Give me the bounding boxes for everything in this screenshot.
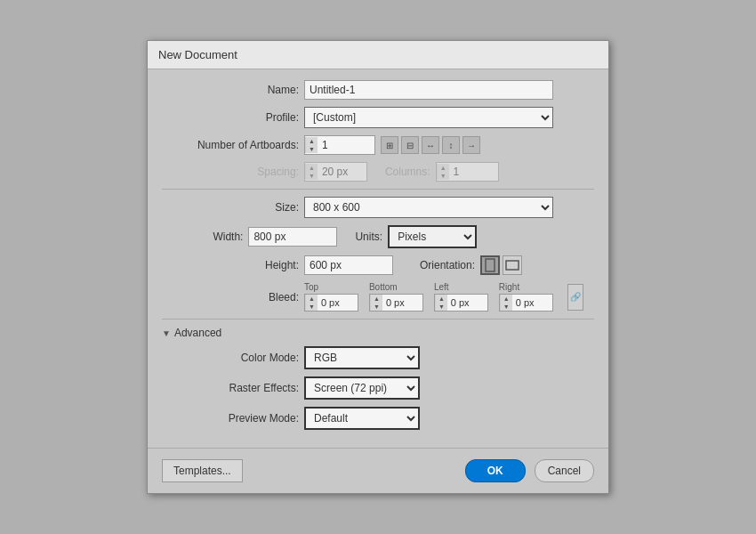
cancel-button[interactable]: Cancel — [535, 459, 594, 482]
artboards-input[interactable] — [318, 136, 366, 154]
spacing-input[interactable] — [318, 163, 366, 181]
profile-select[interactable]: [Custom] Print Web Mobile — [304, 107, 553, 128]
bleed-left-down-btn[interactable]: ▼ — [436, 303, 447, 311]
divider-1 — [162, 189, 594, 190]
bleed-bottom-input[interactable] — [382, 295, 422, 310]
name-label: Name: — [162, 84, 304, 96]
new-document-dialog: New Document Name: Profile: [Custom] Pri… — [147, 40, 609, 494]
bleed-right-down-btn[interactable]: ▼ — [501, 303, 512, 311]
columns-down-btn[interactable]: ▼ — [438, 172, 449, 180]
width-units-row: Width: Units: Pixels Inches Millimeters … — [162, 225, 594, 248]
spacing-down-btn[interactable]: ▼ — [306, 172, 318, 180]
bleed-left-label: Left — [434, 282, 449, 292]
bleed-label: Bleed: — [162, 291, 304, 303]
artboards-label: Number of Artboards: — [162, 139, 304, 151]
preview-row: Preview Mode: Default Pixel Overprint — [162, 407, 594, 430]
raster-row: Raster Effects: Screen (72 ppi) Medium (… — [162, 376, 594, 400]
arrange-left-right-icon[interactable]: ↔ — [422, 136, 439, 154]
bleed-top-label: Top — [304, 282, 318, 292]
color-mode-row: Color Mode: RGB CMYK Grayscale — [162, 346, 594, 369]
portrait-orientation-btn[interactable] — [480, 255, 500, 275]
advanced-toggle[interactable]: ▼ Advanced — [162, 327, 594, 339]
size-select[interactable]: 800 x 600 1024 x 768 1920 x 1080 — [304, 197, 553, 218]
size-label: Size: — [162, 201, 304, 214]
width-input[interactable] — [248, 227, 337, 247]
advanced-triangle-icon: ▼ — [162, 328, 171, 338]
arrange-right-icon[interactable]: → — [462, 136, 480, 154]
bleed-bottom-label: Bottom — [369, 282, 398, 292]
artboard-layout-icons: ⊞ ⊟ ↔ ↕ → — [381, 136, 480, 154]
bleed-top-up-btn[interactable]: ▲ — [306, 295, 318, 303]
columns-input[interactable] — [449, 163, 498, 181]
bleed-top-down-btn[interactable]: ▼ — [306, 303, 318, 311]
svg-rect-1 — [506, 261, 519, 270]
columns-spinner: ▲ ▼ — [436, 162, 499, 182]
bleed-right-item: Right ▲ ▼ — [499, 282, 553, 312]
bleed-top-spinner[interactable]: ▲ ▼ — [304, 294, 358, 312]
svg-rect-0 — [486, 259, 495, 271]
bleed-right-spinner[interactable]: ▲ ▼ — [499, 294, 553, 312]
ok-button[interactable]: OK — [465, 459, 526, 482]
orientation-label: Orientation: — [420, 259, 475, 271]
bleed-bottom-spinner[interactable]: ▲ ▼ — [369, 294, 423, 312]
bleed-top-item: Top ▲ ▼ — [304, 282, 358, 312]
spacing-row: Spacing: ▲ ▼ Columns: ▲ ▼ — [162, 162, 594, 182]
profile-row: Profile: [Custom] Print Web Mobile — [162, 107, 594, 128]
units-select[interactable]: Pixels Inches Millimeters Centimeters — [388, 225, 477, 248]
bleed-left-up-btn[interactable]: ▲ — [436, 295, 447, 303]
spacing-spinner: ▲ ▼ — [304, 162, 367, 182]
color-mode-label: Color Mode: — [162, 352, 304, 364]
bleed-bottom-item: Bottom ▲ ▼ — [369, 282, 423, 312]
dialog-footer: Templates... OK Cancel — [148, 448, 608, 493]
profile-label: Profile: — [162, 111, 304, 124]
columns-up-btn[interactable]: ▲ — [438, 164, 449, 172]
name-input[interactable] — [304, 80, 553, 100]
bleed-bottom-down-btn[interactable]: ▼ — [371, 303, 382, 311]
artboards-row: Number of Artboards: ▲ ▼ ⊞ ⊟ ↔ ↕ → — [162, 135, 594, 155]
artboards-spinner[interactable]: ▲ ▼ — [304, 135, 375, 155]
spacing-label: Spacing: — [162, 166, 304, 178]
landscape-orientation-btn[interactable] — [503, 255, 522, 275]
footer-right: OK Cancel — [465, 459, 594, 482]
height-label: Height: — [162, 259, 304, 271]
templates-button[interactable]: Templates... — [162, 459, 243, 482]
bleed-left-item: Left ▲ ▼ — [434, 282, 488, 312]
raster-label: Raster Effects: — [162, 382, 304, 394]
advanced-label: Advanced — [174, 327, 221, 339]
raster-select[interactable]: Screen (72 ppi) Medium (150 ppi) High (3… — [304, 376, 420, 400]
size-row: Size: 800 x 600 1024 x 768 1920 x 1080 — [162, 197, 594, 218]
dialog-title: New Document — [148, 41, 608, 69]
units-label: Units: — [355, 231, 388, 243]
columns-section: Columns: ▲ ▼ — [385, 162, 499, 182]
units-section: Units: Pixels Inches Millimeters Centime… — [337, 225, 594, 248]
width-label: Width: — [162, 231, 248, 243]
arrange-up-down-icon[interactable]: ↕ — [442, 136, 460, 154]
bleed-group: Top ▲ ▼ Bottom ▲ ▼ — [304, 282, 583, 312]
grid-by-row-icon[interactable]: ⊞ — [381, 136, 398, 154]
preview-label: Preview Mode: — [162, 412, 304, 425]
bleed-right-up-btn[interactable]: ▲ — [501, 295, 512, 303]
height-orientation-row: Height: Orientation: — [162, 255, 594, 275]
bleed-right-input[interactable] — [512, 295, 552, 310]
divider-2 — [162, 319, 594, 320]
bleed-bottom-up-btn[interactable]: ▲ — [371, 295, 382, 303]
preview-select[interactable]: Default Pixel Overprint — [304, 407, 420, 430]
artboards-up-btn[interactable]: ▲ — [306, 137, 318, 145]
spacing-up-btn[interactable]: ▲ — [306, 164, 318, 172]
columns-label: Columns: — [385, 166, 430, 178]
name-row: Name: — [162, 80, 594, 100]
bleed-right-label: Right — [499, 282, 519, 292]
artboards-down-btn[interactable]: ▼ — [306, 145, 318, 153]
bleed-left-input[interactable] — [447, 295, 487, 310]
bleed-lock-btn[interactable]: 🔗 — [567, 284, 583, 311]
grid-by-col-icon[interactable]: ⊟ — [401, 136, 419, 154]
bleed-top-input[interactable] — [318, 295, 358, 310]
bleed-section: Bleed: Top ▲ ▼ Bottom — [162, 282, 594, 312]
orientation-section: Orientation: — [420, 255, 525, 275]
color-mode-select[interactable]: RGB CMYK Grayscale — [304, 346, 420, 369]
bleed-left-spinner[interactable]: ▲ ▼ — [434, 294, 488, 312]
height-input[interactable] — [304, 255, 393, 275]
